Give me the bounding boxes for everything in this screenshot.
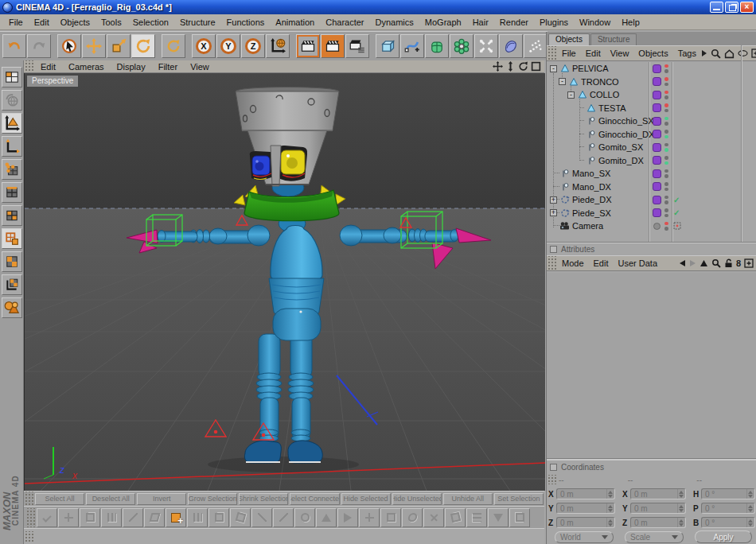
add-panel-icon[interactable] — [751, 49, 756, 58]
modeling-tool-icon[interactable] — [37, 508, 57, 527]
hide-selected-button[interactable]: Hide Selected — [341, 493, 391, 505]
menu-window[interactable]: Window — [574, 16, 616, 29]
undo-icon[interactable] — [2, 34, 26, 58]
spline-pen-icon[interactable] — [400, 34, 424, 58]
render-picture-viewer-icon[interactable] — [321, 34, 345, 58]
modeling-tool-icon[interactable] — [423, 508, 444, 527]
menu-character[interactable]: Character — [320, 16, 369, 29]
viewport-canvas[interactable]: Perspective — [24, 73, 544, 491]
tag-icon[interactable] — [653, 117, 661, 126]
modeling-tool-icon[interactable] — [230, 508, 251, 527]
menu-file[interactable]: File — [3, 16, 29, 29]
tag-icon[interactable] — [653, 103, 661, 112]
grip-handle[interactable] — [547, 256, 557, 270]
grip-handle[interactable] — [24, 531, 34, 542]
particle-emitter-icon[interactable] — [524, 34, 548, 58]
menu-tools[interactable]: Tools — [95, 16, 127, 29]
hypernurbs-icon[interactable] — [425, 34, 449, 58]
tab-structure[interactable]: Structure — [590, 33, 637, 45]
modeling-tool-icon[interactable] — [509, 508, 530, 527]
tag-icon[interactable] — [653, 182, 661, 191]
obj-menu-tags[interactable]: Tags — [673, 49, 701, 58]
dolly-icon[interactable] — [505, 61, 516, 72]
grip-handle[interactable] — [24, 60, 34, 72]
scale-mode-dropdown[interactable]: Scale — [625, 531, 684, 543]
restore-button[interactable] — [725, 2, 738, 13]
attr-menu-userdata[interactable]: User Data — [614, 258, 663, 268]
menu-animation[interactable]: Animation — [270, 16, 320, 29]
add-panel-icon[interactable] — [744, 258, 754, 268]
symmetry-icon[interactable] — [474, 34, 498, 58]
tag-icon[interactable] — [653, 156, 661, 165]
menu-functions[interactable]: Functions — [221, 16, 271, 29]
scale-tool-icon[interactable] — [107, 34, 131, 58]
menu-edit[interactable]: Edit — [29, 16, 55, 29]
tree-row-pelvica[interactable]: - PELVICA — [547, 62, 756, 76]
modeling-tool-icon[interactable] — [337, 508, 358, 527]
search-icon[interactable] — [711, 49, 721, 59]
position-z-field[interactable]: 0 m — [556, 517, 615, 528]
grow-selection-button[interactable]: Grow Selection — [188, 493, 237, 505]
primitive-cube-icon[interactable] — [376, 34, 399, 58]
tree-row-gomito-dx[interactable]: Gomito_DX — [547, 154, 756, 168]
view-label[interactable]: Perspective — [27, 76, 78, 87]
rotation-h-field[interactable]: 0 ° — [701, 488, 755, 499]
obj-menu-objects[interactable]: Objects — [633, 49, 672, 58]
close-button[interactable]: × — [740, 2, 754, 13]
spinner[interactable] — [677, 503, 684, 513]
create-polygon-tool-icon[interactable]: + — [166, 508, 186, 527]
polygons-mode-icon[interactable] — [2, 205, 22, 226]
modeling-tool-icon[interactable] — [101, 508, 122, 527]
menu-structure[interactable]: Structure — [174, 16, 221, 29]
modeling-tool-icon[interactable] — [316, 508, 337, 527]
tag-icon[interactable] — [653, 130, 661, 138]
vp-menu-filter[interactable]: Filter — [152, 62, 184, 72]
home-icon[interactable] — [724, 49, 735, 59]
grip-handle[interactable] — [24, 492, 34, 506]
world-coordinates-icon[interactable] — [2, 90, 22, 111]
redo-icon[interactable] — [27, 34, 51, 58]
tag-icon[interactable] — [653, 208, 661, 217]
back-arrow-icon[interactable] — [679, 259, 686, 267]
expander[interactable]: - — [559, 78, 566, 85]
layout-icon[interactable] — [2, 67, 22, 87]
spinner[interactable] — [746, 489, 754, 499]
modeling-tool-icon[interactable] — [58, 508, 79, 527]
points-mode-icon[interactable] — [2, 159, 22, 180]
active-tool-rotate-icon[interactable] — [162, 34, 185, 58]
search-icon[interactable] — [711, 258, 721, 268]
spinner[interactable] — [606, 503, 614, 513]
minimize-button[interactable] — [710, 2, 723, 13]
modeling-tool-icon[interactable] — [380, 508, 401, 527]
spinner[interactable] — [746, 518, 754, 527]
position-y-field[interactable]: 0 m — [556, 503, 615, 514]
move-tool-icon[interactable] — [82, 34, 106, 58]
up-arrow-icon[interactable] — [699, 259, 708, 267]
lock-z-icon[interactable]: Z — [241, 34, 265, 58]
tree-row-gomito-sx[interactable]: Gomito_SX — [547, 141, 756, 154]
lock-y-icon[interactable]: Y — [216, 34, 240, 58]
unhide-all-button[interactable]: Unhide All — [443, 493, 493, 505]
select-all-button[interactable]: Select All — [35, 493, 84, 505]
modeling-tool-icon[interactable] — [80, 508, 100, 527]
array-object-icon[interactable] — [450, 34, 473, 58]
menu-hair[interactable]: Hair — [467, 16, 494, 29]
expander[interactable]: + — [550, 196, 557, 204]
menu-selection[interactable]: Selection — [127, 16, 174, 29]
tag-icon[interactable] — [653, 169, 661, 178]
deselect-all-button[interactable]: Deselect All — [86, 493, 135, 505]
link-icon[interactable]: 8 — [736, 258, 741, 268]
vp-menu-display[interactable]: Display — [111, 62, 152, 72]
scale-y-field[interactable]: 0 m — [630, 503, 686, 514]
modeling-tool-icon[interactable] — [144, 508, 165, 527]
menu-plugins[interactable]: Plugins — [534, 16, 574, 29]
object-mode-icon[interactable] — [2, 297, 22, 318]
tag-icon[interactable] — [653, 77, 661, 86]
modeling-tool-icon[interactable] — [273, 508, 294, 527]
modeling-tool-icon[interactable] — [488, 508, 509, 527]
obj-menu-view[interactable]: View — [606, 49, 634, 58]
modeling-tool-icon[interactable] — [208, 508, 229, 527]
tree-row-piede-dx[interactable]: + Piede_DX ✓ — [547, 193, 756, 207]
tree-row-camera[interactable]: Camera — [547, 220, 756, 233]
render-settings-icon[interactable] — [345, 34, 369, 58]
